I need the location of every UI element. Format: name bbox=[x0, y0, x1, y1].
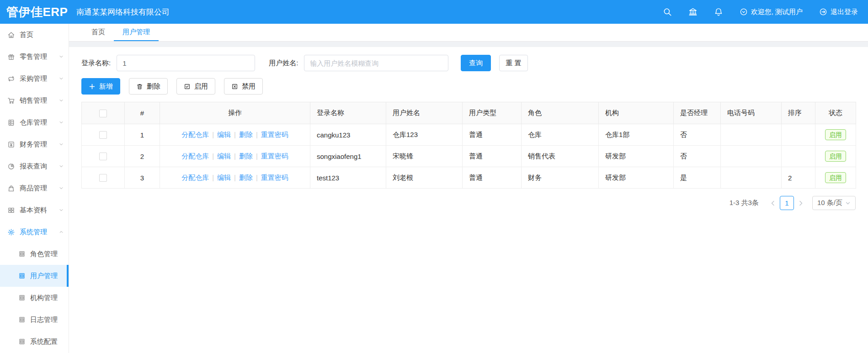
main-area: 首页用户管理 登录名称: 用户姓名: 查询 重 置 新增 删除 bbox=[69, 24, 868, 353]
prev-page-icon[interactable] bbox=[770, 200, 776, 206]
table-row: 2分配仓库|编辑|删除|重置密码songxiaofeng1宋晓锋普通销售代表研发… bbox=[82, 146, 856, 167]
column-header: 状态 bbox=[815, 102, 856, 124]
chevron-down-icon bbox=[59, 207, 64, 213]
status-badge[interactable]: 启用 bbox=[825, 129, 846, 141]
action-link-0[interactable]: 分配仓库 bbox=[181, 152, 209, 160]
cell-phone bbox=[721, 167, 782, 189]
next-page-icon[interactable] bbox=[798, 200, 804, 206]
action-link-2[interactable]: 删除 bbox=[239, 174, 253, 181]
sidebar-subitem-9-2[interactable]: 机构管理 bbox=[0, 287, 69, 309]
page-size-select[interactable]: 10 条/页 bbox=[812, 196, 856, 210]
page-number-button[interactable]: 1 bbox=[780, 196, 794, 210]
sidebar-item-label: 报表查询 bbox=[20, 162, 59, 171]
sidebar-item-1[interactable]: 零售管理 bbox=[0, 46, 69, 68]
sidebar-subitem-label: 系统配置 bbox=[30, 337, 64, 346]
action-link-2[interactable]: 删除 bbox=[239, 131, 253, 138]
cell-user_type: 普通 bbox=[463, 124, 522, 146]
action-link-1[interactable]: 编辑 bbox=[217, 131, 231, 138]
chevron-down-icon bbox=[59, 120, 64, 125]
cell-is_manager: 是 bbox=[674, 167, 721, 189]
sidebar-subitem-label: 机构管理 bbox=[30, 294, 64, 302]
cell-index: 1 bbox=[125, 124, 160, 146]
tab-1[interactable]: 用户管理 bbox=[114, 24, 159, 41]
action-link-3[interactable]: 重置密码 bbox=[261, 131, 288, 138]
enable-button[interactable]: 启用 bbox=[176, 78, 215, 95]
cell-role: 仓库 bbox=[522, 124, 599, 146]
purchase-icon bbox=[7, 75, 15, 83]
delete-button[interactable]: 删除 bbox=[129, 78, 168, 95]
tab-0[interactable]: 首页 bbox=[83, 24, 114, 41]
user-menu[interactable]: 欢迎您, 测试用户 bbox=[740, 8, 803, 16]
sidebar-subitem-9-1[interactable]: 用户管理 bbox=[0, 265, 69, 287]
row-checkbox[interactable] bbox=[99, 131, 107, 139]
row-checkbox[interactable] bbox=[99, 153, 107, 160]
doc-icon bbox=[18, 294, 26, 301]
reset-button[interactable]: 重 置 bbox=[499, 55, 527, 71]
actions-cell: 分配仓库|编辑|删除|重置密码 bbox=[160, 167, 310, 189]
table-header-row: #操作登录名称用户姓名用户类型角色机构是否经理电话号码排序状态 bbox=[82, 102, 856, 124]
sidebar-item-label: 首页 bbox=[20, 31, 64, 39]
sidebar-item-2[interactable]: 采购管理 bbox=[0, 68, 69, 90]
login-name-input[interactable] bbox=[117, 55, 255, 71]
action-link-2[interactable]: 删除 bbox=[239, 152, 253, 160]
row-checkbox[interactable] bbox=[99, 174, 107, 182]
action-link-0[interactable]: 分配仓库 bbox=[181, 174, 209, 181]
sidebar-item-label: 仓库管理 bbox=[20, 118, 59, 127]
user-name-input[interactable] bbox=[304, 55, 448, 71]
bell-icon[interactable] bbox=[714, 7, 723, 16]
table-row: 1分配仓库|编辑|删除|重置密码cangku123仓库123普通仓库仓库1部否启… bbox=[82, 124, 856, 146]
doc-icon bbox=[18, 250, 26, 258]
sidebar-item-label: 财务管理 bbox=[20, 140, 59, 149]
column-header: 机构 bbox=[599, 102, 674, 124]
pagination: 1-3 共3条 1 10 条/页 bbox=[81, 196, 856, 210]
action-link-1[interactable]: 编辑 bbox=[217, 152, 231, 160]
sidebar-item-8[interactable]: 基本资料 bbox=[0, 199, 69, 221]
logout-button[interactable]: 退出登录 bbox=[819, 8, 858, 16]
action-link-1[interactable]: 编辑 bbox=[217, 174, 231, 181]
pagination-total: 1-3 共3条 bbox=[730, 199, 759, 207]
sidebar-item-6[interactable]: 报表查询 bbox=[0, 155, 69, 177]
table-toolbar: 新增 删除 启用 禁用 bbox=[81, 78, 856, 95]
cell-index: 3 bbox=[125, 167, 160, 189]
top-header: 管伊佳ERP 南通某某网络科技有限公司 欢迎您, 测试用户 退出登录 bbox=[0, 0, 868, 24]
report-pie-icon bbox=[7, 163, 15, 170]
sidebar-subitem-9-0[interactable]: 角色管理 bbox=[0, 243, 69, 265]
retail-icon bbox=[7, 53, 15, 61]
sidebar-item-5[interactable]: 财务管理 bbox=[0, 133, 69, 155]
finance-icon bbox=[7, 141, 15, 148]
status-badge[interactable]: 启用 bbox=[825, 172, 846, 184]
search-button[interactable]: 查询 bbox=[461, 55, 491, 71]
logout-text: 退出登录 bbox=[831, 8, 858, 16]
cell-org: 研发部 bbox=[599, 167, 674, 189]
home-icon bbox=[7, 31, 15, 39]
action-link-3[interactable]: 重置密码 bbox=[261, 152, 288, 160]
cell-user_name: 刘老根 bbox=[386, 167, 463, 189]
action-link-0[interactable]: 分配仓库 bbox=[181, 131, 209, 138]
cell-phone bbox=[721, 146, 782, 167]
cell-role: 财务 bbox=[522, 167, 599, 189]
column-header: 电话号码 bbox=[721, 102, 782, 124]
add-button[interactable]: 新增 bbox=[81, 78, 120, 95]
sidebar-item-4[interactable]: 仓库管理 bbox=[0, 111, 69, 133]
doc-icon bbox=[18, 272, 26, 279]
sidebar-item-9[interactable]: 系统管理 bbox=[0, 221, 69, 243]
plus-icon bbox=[89, 83, 96, 90]
logout-icon bbox=[819, 8, 827, 16]
bank-icon[interactable] bbox=[688, 7, 698, 16]
sidebar: 首页 零售管理 采购管理 销售管理 仓库管理 财务管理 报表查询 商品管理 bbox=[0, 24, 69, 353]
filter-row: 登录名称: 用户姓名: 查询 重 置 bbox=[81, 55, 856, 71]
select-all-checkbox[interactable] bbox=[99, 110, 107, 117]
sidebar-item-label: 采购管理 bbox=[20, 74, 59, 83]
users-table: #操作登录名称用户姓名用户类型角色机构是否经理电话号码排序状态1分配仓库|编辑|… bbox=[81, 102, 856, 189]
action-link-3[interactable]: 重置密码 bbox=[261, 174, 288, 181]
status-badge[interactable]: 启用 bbox=[825, 151, 846, 162]
check-square-icon bbox=[184, 83, 191, 90]
sidebar-item-3[interactable]: 销售管理 bbox=[0, 90, 69, 111]
sidebar-subitem-9-4[interactable]: 系统配置 bbox=[0, 331, 69, 353]
chevron-down-icon bbox=[59, 142, 64, 147]
sidebar-subitem-9-3[interactable]: 日志管理 bbox=[0, 309, 69, 331]
search-icon[interactable] bbox=[663, 7, 672, 16]
sidebar-item-7[interactable]: 商品管理 bbox=[0, 177, 69, 199]
disable-button[interactable]: 禁用 bbox=[224, 78, 263, 95]
sidebar-item-0[interactable]: 首页 bbox=[0, 24, 69, 46]
